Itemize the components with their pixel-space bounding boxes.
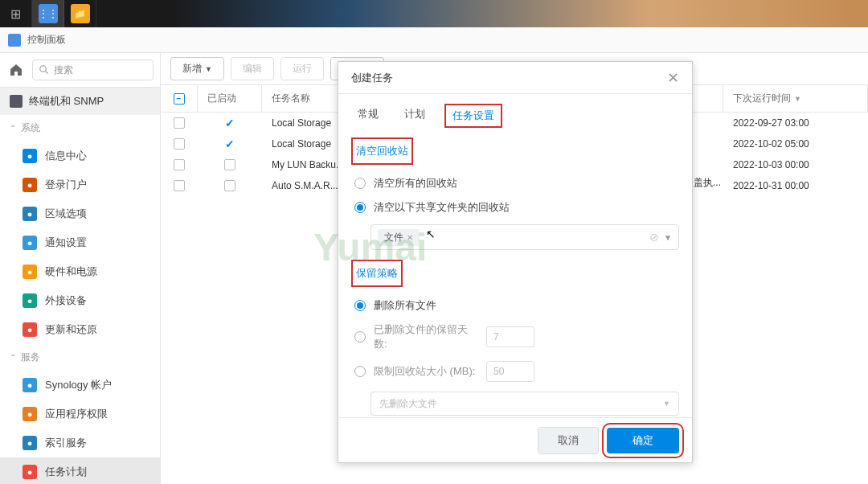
- sidebar-icon: ●: [23, 207, 37, 221]
- sidebar: 搜索 终端机和 SNMP ⌃ 系统 ●信息中心●登录门户●区域选项●通知设置●硬…: [0, 53, 161, 484]
- modal-title: 创建任务: [351, 71, 393, 85]
- unchecked-box: [224, 159, 235, 170]
- tab-settings[interactable]: 任务设置: [444, 104, 502, 128]
- row-checkbox[interactable]: [174, 138, 185, 150]
- taskbar-apps[interactable]: ⊞: [0, 0, 32, 27]
- clear-icon[interactable]: ⊘: [649, 231, 659, 244]
- sidebar-icon: ●: [23, 265, 37, 279]
- home-button[interactable]: [6, 60, 26, 80]
- sidebar-icon: ●: [23, 378, 37, 392]
- create-task-modal: 创建任务 ✕ 常规 计划 任务设置 清空回收站 清空所有的回收站 清空以下共享文…: [338, 61, 693, 463]
- section-retention: 保留策略: [351, 260, 403, 287]
- check-icon: ✓: [225, 117, 235, 129]
- tab-schedule[interactable]: 计划: [398, 104, 432, 128]
- chevron-icon: ⌃: [10, 353, 16, 362]
- size-input[interactable]: 50: [486, 361, 534, 382]
- taskbar-app-2[interactable]: 📁: [64, 0, 96, 27]
- sidebar-item[interactable]: ●应用程序权限: [0, 400, 160, 429]
- radio-icon: [354, 300, 366, 311]
- radio-keep-days[interactable]: 已删除文件的保留天数: 7: [351, 318, 679, 356]
- close-icon[interactable]: ✕: [667, 69, 679, 87]
- delete-order-dropdown[interactable]: 先删除大文件 ▼: [371, 392, 679, 416]
- svg-point-0: [40, 66, 47, 72]
- sidebar-item[interactable]: ●外接设备: [0, 286, 160, 315]
- sidebar-item[interactable]: ●更新和还原: [0, 315, 160, 344]
- days-input[interactable]: 7: [486, 326, 534, 347]
- new-button[interactable]: 新增 ▼: [170, 57, 224, 80]
- radio-icon: [354, 202, 366, 213]
- tag-remove-icon[interactable]: ✕: [407, 233, 413, 242]
- window-icon: [8, 34, 21, 47]
- radio-icon: [354, 331, 366, 342]
- chevron-down-icon: ▼: [663, 400, 670, 408]
- sidebar-item[interactable]: ●硬件和电源: [0, 257, 160, 286]
- sidebar-icon: ●: [23, 236, 37, 250]
- col-enabled[interactable]: 已启动: [198, 85, 262, 112]
- sidebar-icon: ●: [23, 465, 37, 479]
- radio-delete-all[interactable]: 删除所有文件: [351, 293, 679, 318]
- modal-header: 创建任务 ✕: [338, 62, 692, 94]
- row-checkbox[interactable]: [174, 117, 185, 129]
- modal-footer: 取消 确定: [338, 417, 692, 462]
- search-input[interactable]: 搜索: [32, 59, 154, 80]
- truncated-text: 盖执...: [694, 176, 721, 190]
- sidebar-group-system[interactable]: ⌃ 系统: [0, 115, 160, 142]
- header-checkbox[interactable]: −: [174, 93, 185, 105]
- radio-empty-all[interactable]: 清空所有的回收站: [351, 171, 679, 195]
- radio-limit-size[interactable]: 限制回收站大小 (MB): 50: [351, 356, 679, 387]
- check-icon: ✓: [225, 137, 235, 150]
- folder-select[interactable]: 文件 ✕ ⊘ ▼: [371, 224, 679, 250]
- confirm-button[interactable]: 确定: [607, 428, 679, 453]
- sidebar-item[interactable]: ●登录门户: [0, 170, 160, 199]
- window-title-bar: 控制面板: [0, 27, 868, 53]
- svg-line-1: [46, 72, 48, 74]
- tag-chip[interactable]: 文件 ✕: [378, 229, 420, 246]
- chevron-down-icon[interactable]: ▼: [664, 233, 672, 242]
- sidebar-icon: ●: [23, 436, 37, 450]
- sidebar-icon: ●: [23, 322, 37, 337]
- row-checkbox[interactable]: [174, 159, 185, 170]
- taskbar-app-1[interactable]: ⋮⋮: [32, 0, 64, 27]
- row-checkbox[interactable]: [174, 180, 185, 191]
- sidebar-item[interactable]: ●通知设置: [0, 228, 160, 257]
- radio-icon: [354, 366, 366, 377]
- run-button[interactable]: 运行: [280, 57, 324, 80]
- sidebar-item[interactable]: ●区域选项: [0, 199, 160, 228]
- section-empty-recycle: 清空回收站: [351, 137, 413, 165]
- unchecked-box: [224, 180, 235, 191]
- radio-icon: [354, 178, 366, 189]
- sidebar-icon: ●: [23, 407, 37, 421]
- sidebar-item[interactable]: ●信息中心: [0, 142, 160, 170]
- tab-general[interactable]: 常规: [351, 104, 385, 128]
- col-next[interactable]: 下次运行时间 ▼: [723, 85, 868, 112]
- sidebar-item[interactable]: ●索引服务: [0, 429, 160, 457]
- window-title-text: 控制面板: [27, 33, 66, 47]
- modal-body: 清空回收站 清空所有的回收站 清空以下共享文件夹的回收站 文件 ✕ ⊘ ▼ 保留…: [338, 128, 692, 417]
- sidebar-top-item[interactable]: 终端机和 SNMP: [0, 88, 160, 115]
- modal-tabs: 常规 计划 任务设置: [338, 94, 692, 128]
- chevron-icon: ⌃: [10, 124, 16, 133]
- edit-button[interactable]: 编辑: [231, 57, 274, 80]
- cancel-button[interactable]: 取消: [538, 427, 599, 454]
- sidebar-icon: ●: [23, 293, 37, 308]
- taskbar: ⊞ ⋮⋮ 📁: [0, 0, 868, 27]
- sidebar-item[interactable]: ●Synology 帐户: [0, 371, 160, 400]
- terminal-icon: [10, 95, 23, 108]
- sidebar-group-service[interactable]: ⌃ 服务: [0, 344, 160, 371]
- sidebar-item[interactable]: ●任务计划: [0, 457, 160, 484]
- sidebar-icon: ●: [23, 149, 37, 163]
- sidebar-icon: ●: [23, 178, 37, 192]
- radio-empty-selected[interactable]: 清空以下共享文件夹的回收站: [351, 195, 679, 219]
